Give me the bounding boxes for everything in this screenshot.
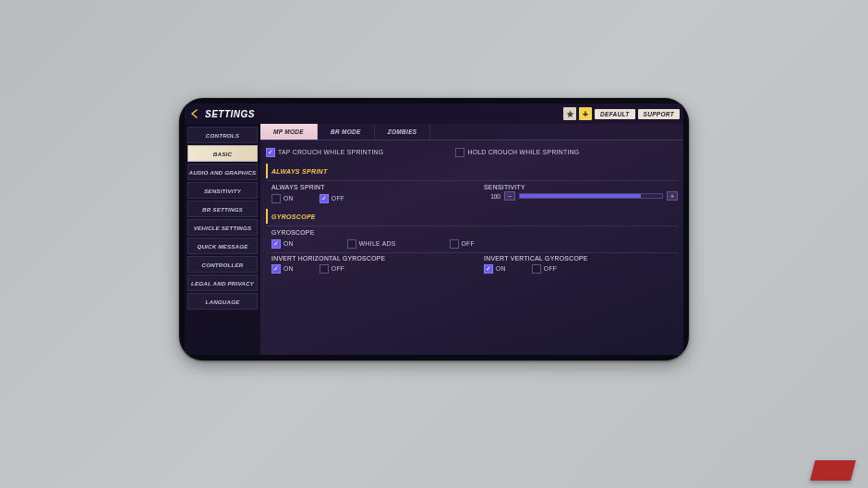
gyroscope-while-ads[interactable]: WHILE ADS [347, 239, 396, 249]
sidebar: CONTROLS BASIC AUDIO AND GRAPHICS SENSIT… [185, 124, 260, 355]
always-sprint-on[interactable]: ON [271, 194, 294, 203]
invert-h-label: INVERT HORIZONTAL GYROSCOPE [271, 255, 465, 262]
sidebar-item-basic[interactable]: BASIC [187, 145, 258, 162]
sensitivity-label: SENSITIVITY [484, 184, 678, 190]
tab-mp-mode[interactable]: MP MODE [260, 124, 318, 140]
checkbox-icon [271, 239, 281, 249]
sidebar-item-language[interactable]: LANGUAGE [187, 293, 258, 310]
slider-track[interactable] [519, 193, 663, 199]
page-title: SETTINGS [205, 109, 255, 119]
section-always-sprint: ALWAYS SPRINT [266, 164, 678, 178]
header-bar: SETTINGS + DEFAULT SUPPORT [185, 104, 683, 124]
gyroscope-off[interactable]: OFF [450, 239, 476, 249]
section-gyroscope: GYROSCOPE [266, 209, 678, 224]
checkbox-icon [455, 148, 464, 157]
always-sprint-label: ALWAYS SPRINT [271, 184, 465, 190]
sidebar-item-vehicle-settings[interactable]: VEHICLE SETTINGS [187, 219, 258, 236]
hold-crouch-option[interactable]: HOLD CROUCH WHILE SPRINTING [455, 148, 579, 157]
phone-frame: SETTINGS + DEFAULT SUPPORT CONTROLS BASI… [179, 98, 689, 360]
invert-v-on[interactable]: ON [484, 264, 506, 274]
gyroscope-label: GYROSCOPE [271, 229, 678, 236]
header-actions: + DEFAULT SUPPORT [563, 107, 680, 120]
sidebar-item-audio-graphics[interactable]: AUDIO AND GRAPHICS [187, 164, 258, 180]
sidebar-item-quick-message[interactable]: QUICK MESSAGE [187, 238, 258, 254]
sensitivity-value: 100 [484, 193, 500, 200]
default-button[interactable]: DEFAULT [595, 109, 635, 119]
always-sprint-off[interactable]: OFF [319, 194, 345, 203]
back-icon[interactable] [188, 107, 201, 120]
checkbox-icon [266, 148, 275, 157]
checkbox-icon [450, 239, 459, 249]
slider-plus-button[interactable]: + [667, 191, 678, 201]
support-button[interactable]: SUPPORT [638, 109, 680, 119]
checkbox-icon [319, 264, 329, 274]
invert-h-on[interactable]: ON [271, 264, 294, 274]
tap-crouch-option[interactable]: TAP CROUCH WHILE SPRINTING [266, 148, 383, 157]
sidebar-item-sensitivity[interactable]: SENSITIVITY [187, 182, 258, 199]
checkbox-icon [484, 264, 493, 274]
sidebar-item-legal-privacy[interactable]: LEGAL AND PRIVACY [187, 274, 258, 291]
tap-crouch-label: TAP CROUCH WHILE SPRINTING [278, 149, 383, 155]
mode-tabs: MP MODE BR MODE ZOMBIES [260, 124, 683, 140]
sidebar-item-br-settings[interactable]: BR SETTINGS [187, 201, 258, 217]
hold-crouch-label: HOLD CROUCH WHILE SPRINTING [467, 149, 579, 155]
sidebar-item-controller[interactable]: CONTROLLER [187, 256, 258, 273]
add-button[interactable]: + [579, 107, 592, 120]
checkbox-icon [319, 194, 329, 203]
checkbox-icon [347, 239, 356, 249]
sidebar-item-controls[interactable]: CONTROLS [187, 127, 258, 143]
main-panel: MP MODE BR MODE ZOMBIES TAP CROUCH WHILE… [260, 124, 683, 355]
favorite-icon[interactable] [563, 107, 576, 120]
invert-h-off[interactable]: OFF [319, 264, 345, 274]
crouch-row: TAP CROUCH WHILE SPRINTING HOLD CROUCH W… [266, 144, 678, 160]
checkbox-icon [271, 194, 281, 203]
watermark-badge [810, 460, 855, 481]
gyroscope-on[interactable]: ON [271, 239, 294, 249]
screen: SETTINGS + DEFAULT SUPPORT CONTROLS BASI… [185, 104, 683, 355]
checkbox-icon [271, 264, 281, 274]
slider-fill [520, 194, 641, 198]
invert-v-label: INVERT VERTICAL GYROSCOPE [484, 255, 678, 262]
checkbox-icon [532, 264, 541, 274]
invert-v-off[interactable]: OFF [532, 264, 558, 274]
slider-minus-button[interactable]: − [504, 191, 515, 201]
tab-zombies[interactable]: ZOMBIES [375, 124, 431, 140]
sensitivity-slider: 100 − + [484, 191, 678, 201]
settings-content: TAP CROUCH WHILE SPRINTING HOLD CROUCH W… [260, 140, 683, 355]
tab-br-mode[interactable]: BR MODE [318, 124, 375, 140]
